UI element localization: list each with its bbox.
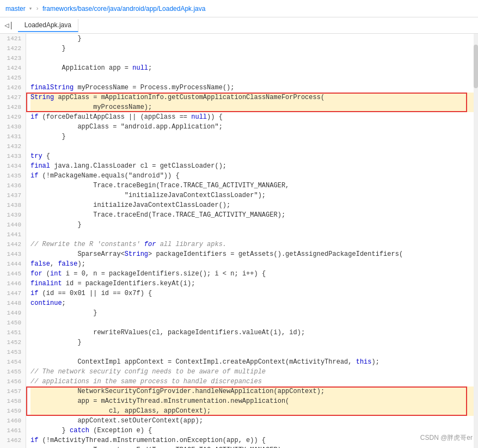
code-line: Application app = null; [30,63,474,73]
file-path[interactable]: frameworks/base/core/java/android/app/Lo… [42,5,206,13]
line-number: 1429 [2,112,21,122]
line-number: 1443 [2,249,21,259]
line-number: 1452 [2,337,21,347]
code-line: SparseArray<String> packageIdentifiers =… [30,249,474,259]
line-number: 1450 [2,318,21,328]
code-container: 1421142214231424142514261427142814291430… [0,34,478,448]
line-number: 1453 [2,347,21,357]
code-line: final String myProcessName = Process.myP… [30,83,474,93]
line-number: 1427 [2,93,21,102]
line-number: 1434 [2,161,21,171]
file-tab[interactable]: LoadedApk.java [18,19,78,32]
line-number: 1451 [2,328,21,337]
code-line: final java.lang.ClassLoader cl = getClas… [30,161,474,171]
code-line: String appClass = mApplicationInfo.getCu… [30,93,474,102]
line-number: 1430 [2,122,21,132]
code-line: Trace.traceBegin(Trace.TRACE_TAG_ACTIVIT… [30,181,474,191]
line-number: 1423 [2,53,21,63]
line-number: 1457 [2,386,21,396]
scrollbar[interactable] [474,34,478,448]
collapse-button[interactable]: ◁| [4,21,14,30]
line-number: 1435 [2,171,21,181]
code-line: } [30,308,474,318]
code-line: } [30,337,474,347]
line-number: 1441 [2,230,21,240]
code-line [30,318,474,328]
line-number: 1459 [2,406,21,416]
branch-label[interactable]: master [5,5,26,13]
line-number: 1455 [2,367,21,377]
code-line [30,230,474,240]
code-line: false, false); [30,259,474,269]
code-line: rewriteRValues(cl, packageIdentifiers.va… [30,328,474,337]
line-number: 1424 [2,63,21,73]
line-number: 1442 [2,240,21,249]
code-line: appContext.setOuterContext(app); [30,416,474,426]
line-number: 1421 [2,34,21,44]
line-number: 1428 [2,102,21,112]
code-line: "initializeJavaContextClassLoader"); [30,191,474,200]
line-number: 1440 [2,220,21,230]
line-number: 1454 [2,357,21,367]
code-line: } [30,44,474,53]
code-line [30,347,474,357]
line-number: 1447 [2,289,21,298]
scroll-thumb[interactable] [474,45,478,88]
nav-separator: › [35,5,39,12]
line-number: 1446 [2,279,21,289]
code-line: ContextImpl appContext = ContextImpl.cre… [30,357,474,367]
code-line [30,73,474,83]
line-number: 1460 [2,416,21,426]
code-line: continue; [30,298,474,308]
line-number: 1431 [2,132,21,142]
code-line: // Rewrite the R 'constants' for all lib… [30,240,474,249]
code-line: if (!mPackageName.equals("android")) { [30,171,474,181]
code-line: // The network security config needs to … [30,367,474,377]
line-number: 1422 [2,44,21,53]
line-number: 1439 [2,210,21,220]
code-line: cl, appClass, appContext); [30,406,474,416]
code-line: initializeJavaContextClassLoader(); [30,200,474,210]
code-line: appClass = "android.app.Application"; [30,122,474,132]
code-line: if (id == 0x01 || id == 0x7f) { [30,289,474,298]
code-line: if (!mActivityThread.mInstrumentation.on… [30,435,474,445]
line-number: 1433 [2,151,21,161]
code-line: if (forceDefaultAppClass || (appClass ==… [30,112,474,122]
line-number: 1456 [2,377,21,386]
line-number: 1449 [2,308,21,318]
code-line: final int id = packageIdentifiers.keyAt(… [30,279,474,289]
line-numbers: 1421142214231424142514261427142814291430… [0,34,26,448]
branch-dropdown-icon[interactable]: ▾ [29,5,33,12]
tab-bar: ◁| LoadedApk.java [0,17,478,34]
line-number: 1425 [2,73,21,83]
line-number: 1458 [2,396,21,406]
line-number: 1445 [2,269,21,279]
tab-filename: LoadedApk.java [24,21,71,29]
line-number: 1444 [2,259,21,269]
code-line: NetworkSecurityConfigProvider.handleNewA… [30,386,474,396]
line-number: 1438 [2,200,21,210]
line-number: 1426 [2,83,21,93]
code-line: } catch (Exception e) { [30,426,474,435]
code-line: app = mActivityThread.mInstrumentation.n… [30,396,474,406]
line-number: 1448 [2,298,21,308]
line-number: 1437 [2,191,21,200]
line-number: 1463 [2,445,21,448]
code-line: } [30,132,474,142]
top-nav: master ▾ › frameworks/base/core/java/and… [0,0,478,17]
code-line: } [30,220,474,230]
code-line [30,142,474,151]
line-number: 1462 [2,435,21,445]
code-line: // applications in the same process to h… [30,377,474,386]
code-line: for (int i = 0, n = packageIdentifiers.s… [30,269,474,279]
code-line: Trace.traceEnd(Trace.TRACE_TAG_ACTIVITY_… [30,210,474,220]
watermark: CSDN @胖虎哥er [420,433,473,443]
line-number: 1432 [2,142,21,151]
line-number: 1436 [2,181,21,191]
code-line [30,53,474,63]
code-line: } [30,34,474,44]
code-line: myProcessName); [30,102,474,112]
code-line: try { [30,151,474,161]
code-content[interactable]: } } Application app = null; final String… [26,34,478,448]
line-number: 1461 [2,426,21,435]
